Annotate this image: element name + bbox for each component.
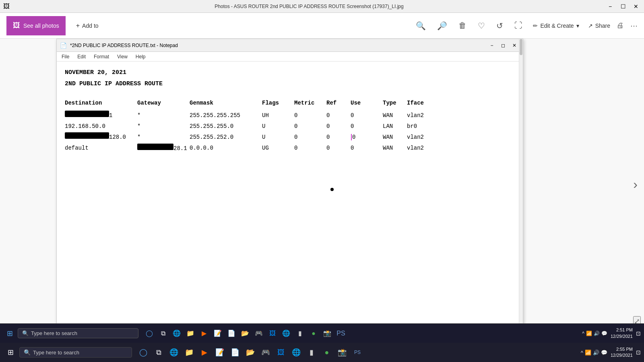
mask-1: 255.255.255.255 [190, 111, 262, 120]
ss-filemanager-icon[interactable]: 📂 [239, 327, 251, 339]
gw-4: 28.1 [137, 144, 190, 153]
print-button[interactable]: 🖨 [617, 21, 624, 30]
crop-button[interactable]: ⛶ [513, 19, 524, 32]
files-icon[interactable]: 📁 [183, 346, 196, 359]
taskview-icon[interactable]: ⧉ [152, 346, 165, 359]
ss-start-button[interactable]: ⊞ [3, 327, 16, 340]
scrollbar[interactable] [519, 39, 523, 329]
start-button[interactable]: ⊞ [3, 345, 18, 360]
ss-sticky-icon[interactable]: 📝 [212, 327, 224, 339]
delete-button[interactable]: 🗑 [457, 19, 468, 32]
edge-icon[interactable]: 🌐 [167, 346, 180, 359]
chrome-icon[interactable]: ● [320, 346, 333, 359]
date-heading: NOVEMBER 20, 2021 [65, 68, 515, 78]
col-ref: Ref [326, 99, 351, 107]
ss-cortana-icon[interactable]: ◯ [143, 327, 155, 339]
col-flags: Flags [262, 99, 294, 107]
filemanager-icon[interactable]: 📂 [244, 346, 257, 359]
dest-3: 128.0 [65, 132, 137, 142]
sticky-icon[interactable]: 📝 [213, 346, 226, 359]
ref-1: 0 [326, 111, 351, 120]
network-icon[interactable]: 🌐 [290, 346, 303, 359]
minimize-button[interactable]: − [605, 2, 615, 11]
ss-terminal-icon[interactable]: ▮ [294, 327, 306, 339]
ss-edge-icon[interactable]: 🌐 [171, 327, 183, 339]
ss-notification-icon[interactable]: ⊡ [636, 330, 641, 337]
maximize-button[interactable]: ☐ [618, 2, 628, 11]
table-row: 192.168.50.0 * 255.255.255.0 U 0 0 0 LAN… [65, 122, 515, 131]
notepad-content: NOVEMBER 20, 2021 2ND PUBLIC IP ADDRESS … [57, 62, 523, 329]
terminal-icon[interactable]: ▮ [305, 346, 318, 359]
ss-up-arrow[interactable]: ^ [582, 331, 584, 336]
notepad-restore-button[interactable]: ◻ [498, 41, 508, 50]
volume-icon[interactable]: 🔊 [593, 350, 599, 356]
ss-time-value: 2:51 PM [611, 327, 633, 333]
screenshot-taskbar: ⊞ 🔍 Type here to search ◯ ⧉ 🌐 📁 ▶ 📝 📄 📂 … [0, 323, 644, 343]
ss-photos-icon[interactable]: 🖼 [266, 327, 279, 339]
ss-clock[interactable]: 2:51 PM 12/29/2021 [611, 327, 633, 339]
next-arrow-button[interactable]: › [633, 177, 638, 192]
ss-network-icon[interactable]: 🌐 [280, 327, 292, 339]
see-all-photos-button[interactable]: 🖼 See all photos [6, 16, 66, 35]
steam-icon[interactable]: 🎮 [259, 346, 272, 359]
iface-4: vlan2 [407, 144, 439, 152]
type-4: WAN [383, 144, 407, 152]
ss-notepad-icon[interactable]: 📄 [225, 327, 237, 339]
add-to-button[interactable]: + Add to [72, 20, 103, 32]
network-tray-icon[interactable]: 📶 [585, 350, 591, 356]
ss-steam-icon[interactable]: 🎮 [253, 327, 265, 339]
ss-photos2-icon[interactable]: 📸 [321, 327, 333, 339]
menu-format[interactable]: Format [91, 53, 112, 60]
window-title: Photos - ASUS ROUTER 2nd PUBLIC IP ADDRE… [13, 4, 605, 9]
mask-2: 255.255.255.0 [190, 122, 262, 131]
ss-taskview-icon[interactable]: ⧉ [157, 327, 169, 339]
notepad-minimize-button[interactable]: − [487, 41, 497, 50]
menu-help[interactable]: Help [132, 53, 149, 60]
ss-search-bar[interactable]: 🔍 Type here to search [18, 328, 138, 338]
ss-search-icon: 🔍 [22, 330, 29, 336]
flags-3: U [262, 133, 294, 142]
close-button[interactable]: ✕ [631, 2, 641, 11]
share-button[interactable]: ↗ Share [588, 23, 610, 29]
photos2-icon[interactable]: 📸 [336, 346, 349, 359]
rotate-button[interactable]: ↺ [495, 19, 505, 32]
ss-volume-icon[interactable]: 🔊 [594, 331, 600, 336]
notepad-icon[interactable]: 📄 [229, 346, 242, 359]
gw-3: * [137, 133, 190, 142]
ss-files-icon[interactable]: 📁 [184, 327, 196, 339]
metric-4: 0 [294, 144, 326, 152]
zoom-out-button[interactable]: 🔎 [436, 19, 449, 32]
more-options-button[interactable]: ⋯ [630, 21, 638, 30]
photos-icon[interactable]: 🖼 [275, 346, 287, 359]
col-destination: Destination [65, 99, 137, 107]
metric-1: 0 [294, 111, 326, 120]
show-desktop-icon[interactable]: ⊡ [636, 349, 641, 356]
ref-3: 0 [326, 133, 351, 142]
favorite-button[interactable]: ♡ [476, 19, 487, 32]
media-icon[interactable]: ▶ [198, 346, 211, 359]
cortana-icon[interactable]: ◯ [137, 346, 150, 359]
col-metric: Metric [294, 99, 326, 107]
menu-file[interactable]: File [58, 53, 72, 60]
ss-action-center[interactable]: 💬 [601, 331, 607, 336]
scrollbar-thumb[interactable] [520, 39, 522, 55]
up-arrow-icon[interactable]: ^ [581, 350, 583, 356]
edit-create-button[interactable]: ✏ Edit & Create ▾ [530, 20, 581, 31]
clock[interactable]: 2:55 PM 12/29/2021 [611, 346, 633, 359]
ps-icon[interactable]: PS [351, 346, 364, 359]
ss-media-icon[interactable]: ▶ [198, 327, 210, 339]
redacted-block [137, 144, 173, 150]
type-1: WAN [383, 111, 407, 120]
zoom-in-button[interactable]: 🔍 [414, 19, 427, 32]
search-icon: 🔍 [24, 349, 31, 356]
menu-edit[interactable]: Edit [74, 53, 89, 60]
ss-chrome-icon[interactable]: ● [308, 327, 320, 339]
ss-network-tray[interactable]: 📶 [586, 331, 592, 336]
menu-view[interactable]: View [114, 53, 131, 60]
ss-ps-icon[interactable]: PS [335, 327, 347, 339]
search-bar[interactable]: 🔍 Type here to search [19, 347, 132, 358]
notepad-title: *2ND PUBLIC IP ADDRESS ROUTE.txt - Notep… [70, 43, 483, 48]
action-center-icon[interactable]: 💬 [601, 350, 607, 356]
dest-2: 192.168.50.0 [65, 122, 137, 131]
notepad-close-button[interactable]: ✕ [509, 41, 520, 50]
